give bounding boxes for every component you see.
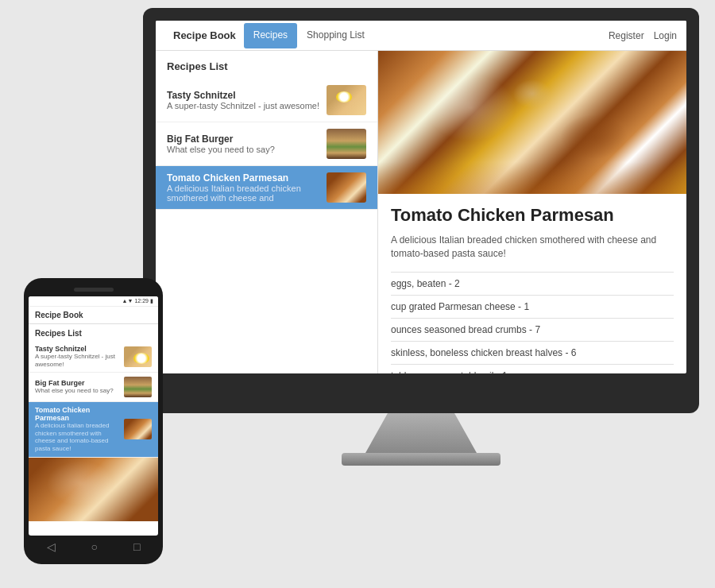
monitor-stand: [365, 413, 477, 453]
phone-home-button[interactable]: ○: [91, 540, 98, 553]
phone-recipe-thumbnail: [124, 346, 152, 367]
phone-recipe-desc: A super-tasty Schnitzel - just awesome!: [35, 353, 120, 368]
monitor-base: [342, 453, 500, 466]
phone-recipe-list-item[interactable]: Big Fat Burger What else you need to say…: [29, 373, 158, 402]
phone-recipe-text: Big Fat Burger What else you need to say…: [35, 379, 120, 395]
recipe-detail-description: A delicious Italian breaded chicken smot…: [391, 234, 674, 261]
phone-body: ▲▼ 12:29 ▮ Recipe Book Recipes List Tast…: [24, 278, 163, 564]
phone-recipe-name: Big Fat Burger: [35, 379, 120, 387]
sidebar-title: Recipes List: [156, 51, 377, 79]
phone-time: 12:29: [134, 298, 149, 304]
recipe-detail-body: Tomato Chicken Parmesan A delicious Ital…: [378, 194, 686, 373]
phone-recipe-thumbnail: [124, 419, 152, 439]
phone-speaker: [74, 288, 114, 292]
recipe-thumbnail: [327, 129, 366, 159]
phone-recipe-desc: What else you need to say?: [35, 387, 120, 395]
phone-battery-icon: ▮: [150, 298, 153, 304]
recipe-item-text: Tomato Chicken Parmesan A delicious Ital…: [167, 172, 320, 203]
ingredient-row: tablespoon vegetable oil - 1: [391, 364, 674, 373]
phone-screen: ▲▼ 12:29 ▮ Recipe Book Recipes List Tast…: [29, 296, 158, 536]
monitor: Recipe Book Recipes Shopping List Regist…: [143, 8, 699, 453]
phone-section-title: Recipes List: [29, 324, 158, 341]
navbar-right: Register Login: [609, 30, 677, 41]
phone-recipe-thumbnail: [124, 377, 152, 397]
recipe-item-desc: A delicious Italian breaded chicken smot…: [167, 184, 320, 203]
phone-signal-icon: ▲▼: [122, 298, 133, 304]
phone-app-title: Recipe Book: [35, 311, 83, 319]
nav-tab-recipes[interactable]: Recipes: [244, 23, 297, 48]
phone-back-button[interactable]: ◁: [47, 540, 56, 553]
recipe-detail: Tomato Chicken Parmesan A delicious Ital…: [378, 51, 686, 373]
phone-selected-recipe-image: [29, 458, 158, 521]
ingredient-row: eggs, beaten - 2: [391, 272, 674, 295]
recipe-item-name: Tasty Schnitzel: [167, 90, 320, 101]
recipe-item-desc: What else you need to say?: [167, 145, 320, 154]
recipes-sidebar: Recipes List Tasty Schnitzel A super-tas…: [156, 51, 378, 373]
recipe-detail-title: Tomato Chicken Parmesan: [391, 205, 674, 226]
phone-recipe-list-item[interactable]: Tasty Schnitzel A super-tasty Schnitzel …: [29, 341, 158, 373]
phone-recipe-desc: A delicious Italian breaded chicken smot…: [35, 422, 120, 452]
recipe-detail-image: [378, 51, 686, 194]
recipe-item-name: Tomato Chicken Parmesan: [167, 172, 320, 184]
phone-recipe-name: Tasty Schnitzel: [35, 345, 120, 353]
phone: ▲▼ 12:29 ▮ Recipe Book Recipes List Tast…: [24, 278, 163, 564]
recipe-list-item[interactable]: Tasty Schnitzel A super-tasty Schnitzel …: [156, 79, 377, 122]
phone-nav-buttons: ◁ ○ □: [29, 536, 158, 553]
recipe-list-item[interactable]: Big Fat Burger What else you need to say…: [156, 122, 377, 166]
recipe-item-name: Big Fat Burger: [167, 133, 320, 145]
app-content: Recipes List Tasty Schnitzel A super-tas…: [156, 51, 686, 373]
phone-recipe-text: Tasty Schnitzel A super-tasty Schnitzel …: [35, 345, 120, 368]
recipe-hero-image: [378, 51, 686, 194]
recipe-item-desc: A super-tasty Schnitzel - just awesome!: [167, 101, 320, 110]
nav-register-link[interactable]: Register: [609, 30, 644, 41]
recipe-list-item-selected[interactable]: Tomato Chicken Parmesan A delicious Ital…: [156, 166, 377, 210]
recipe-thumbnail: [327, 85, 366, 115]
phone-recents-button[interactable]: □: [133, 540, 140, 553]
ingredient-row: ounces seasoned bread crumbs - 7: [391, 318, 674, 341]
phone-app-bar: Recipe Book: [29, 307, 158, 324]
app-navbar: Recipe Book Recipes Shopping List Regist…: [156, 21, 686, 51]
phone-status-icons: ▲▼ 12:29 ▮: [122, 298, 153, 304]
recipe-item-text: Tasty Schnitzel A super-tasty Schnitzel …: [167, 90, 320, 110]
recipe-thumbnail: [327, 172, 366, 203]
nav-login-link[interactable]: Login: [654, 30, 677, 41]
ingredient-row: cup grated Parmesan cheese - 1: [391, 295, 674, 318]
monitor-screen: Recipe Book Recipes Shopping List Regist…: [156, 21, 686, 373]
phone-status-bar: ▲▼ 12:29 ▮: [29, 296, 158, 307]
phone-recipe-list-item-selected[interactable]: Tomato Chicken Parmesan A delicious Ital…: [29, 402, 158, 457]
phone-recipe-name: Tomato Chicken Parmesan: [35, 406, 120, 422]
recipe-item-text: Big Fat Burger What else you need to say…: [167, 133, 320, 154]
nav-tab-shopping[interactable]: Shopping List: [297, 23, 374, 48]
phone-recipe-text: Tomato Chicken Parmesan A delicious Ital…: [35, 406, 120, 452]
nav-brand: Recipe Book: [165, 29, 244, 41]
monitor-bezel: Recipe Book Recipes Shopping List Regist…: [143, 8, 699, 413]
navbar-left: Recipe Book Recipes Shopping List: [165, 23, 374, 48]
ingredient-row: skinless, boneless chicken breast halves…: [391, 341, 674, 364]
